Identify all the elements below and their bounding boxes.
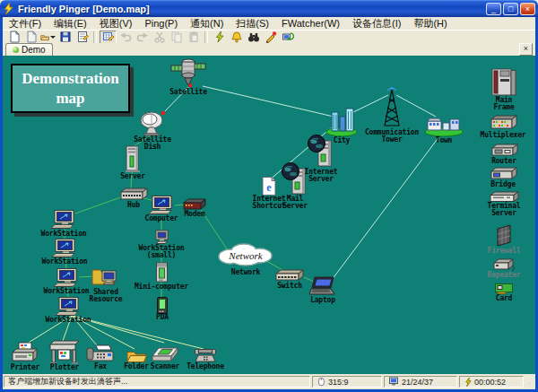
notification-button[interactable] [228,30,245,44]
menu-ping[interactable]: Ping(P) [138,17,184,30]
cut-button[interactable] [151,30,168,44]
new-map-button[interactable] [5,30,22,44]
menu-edit[interactable]: 编辑(E) [48,17,93,30]
internet-server-label: Internet Server [281,169,361,183]
repeater-label: Repeater [464,272,535,279]
menu-file[interactable]: 文件(F) [3,17,48,30]
close-button[interactable]: × [520,3,535,15]
menu-view[interactable]: 视图(V) [93,17,139,30]
device-counts-panel: 21/24/37 [384,376,457,388]
uptime-lightning-icon [464,377,472,388]
main-frame-label: Main Frame [464,97,535,111]
terminal-server-label: Terminal Server [464,203,535,217]
mouse-position: 315:9 [328,378,349,387]
workstation-small-label: WorkStation (small) [121,245,202,259]
workstation-1-label: WorkStation [23,231,104,238]
card-label: Card [464,295,535,302]
window-title: Friendly Pinger [Demo.map] [18,4,150,14]
edit-mode-button[interactable] [100,30,117,44]
undo-button[interactable] [117,30,134,44]
laptop-label: Laptop [282,297,363,304]
tab-label: Demo [22,45,46,55]
tab-status-ball-icon [13,47,19,53]
map-title-line2: map [13,89,128,109]
new-page-button[interactable] [22,30,39,44]
map-canvas[interactable]: Demonstration map SatelliteSatellite Dis… [3,56,535,374]
menu-fwatcher[interactable]: FWatcher(W) [275,17,346,30]
ping-button[interactable] [211,30,228,44]
status-message: 客户端增加新设备时发出滴答声... [8,376,128,388]
modem-label: Modem [154,211,235,218]
open-button[interactable] [39,30,56,44]
mail-server-label: Mail Server [255,196,335,210]
pda-label: PDA [122,314,203,321]
svg-text:e: e [266,181,272,194]
menu-notify[interactable]: 通知(N) [184,17,230,30]
find-button[interactable] [245,30,262,44]
mini-computer-label: Mini-computer [121,283,202,291]
menu-scan[interactable]: 扫描(S) [230,17,275,30]
fwatcher-button[interactable] [262,30,279,44]
satellite-icon[interactable] [170,57,206,91]
dropdown-arrow-icon[interactable] [50,36,56,39]
tab-demo[interactable]: Demo [5,43,53,56]
save-button[interactable] [56,30,74,44]
tab-close-icon[interactable]: × [519,43,533,56]
resize-grip[interactable] [525,376,534,388]
comm-tower-icon[interactable] [380,86,404,133]
shared-resource-label: Shared Resource [65,289,146,303]
satellite-label: Satellite [148,89,229,96]
telephone-label: Telephone [165,363,246,370]
device-counts: 21/24/37 [402,378,433,387]
menu-bar: 文件(F)编辑(E)视图(V)Ping(P)通知(N)扫描(S)FWatcher… [3,17,535,30]
uptime-timer: 00:00:52 [474,378,506,387]
mouse-icon [317,377,325,388]
toolbar-separator [93,31,97,43]
status-bar: 客户端增加新设备时发出滴答声... 315:9 21/24/37 00:00:5… [3,374,535,389]
minimize-button[interactable]: _ [486,3,501,15]
toolbar-separator [204,31,208,43]
app-lightning-icon [3,3,14,15]
title-bar[interactable]: Friendly Pinger [Demo.map] _ □ × [0,0,538,17]
menu-device-info[interactable]: 设备信息(I) [346,17,407,30]
device-list-button[interactable] [74,30,91,44]
tab-bar: Demo × [3,43,535,56]
status-message-panel: 客户端增加新设备时发出滴答声... [4,376,310,388]
link-town-laptop [332,136,439,280]
svg-text:Network: Network [228,250,263,261]
firewall-label: Firewall [464,248,535,255]
menu-help[interactable]: 帮助(H) [407,17,453,30]
map-title-line1: Demonstration [13,69,128,89]
redo-button[interactable] [134,30,151,44]
router-label: Router [464,158,535,165]
uptime-panel: 00:00:52 [459,376,524,388]
workstation-2-label: WorkStation [24,258,105,266]
server-label: Server [92,173,173,180]
paste-button[interactable] [185,30,202,44]
toolbar [3,30,535,43]
maximize-button[interactable]: □ [503,3,518,15]
trace-button[interactable] [279,30,296,44]
cloud-icon[interactable]: Network [216,242,275,271]
copy-button[interactable] [168,30,185,44]
multiplexer-label: Multiplexer [463,132,535,139]
mouse-position-panel: 315:9 [312,376,382,388]
map-title-box: Demonstration map [11,64,130,113]
workstation-4-label: WorkStation [28,317,108,324]
bridge-label: Bridge [463,181,535,188]
monitor-icon [388,377,399,387]
